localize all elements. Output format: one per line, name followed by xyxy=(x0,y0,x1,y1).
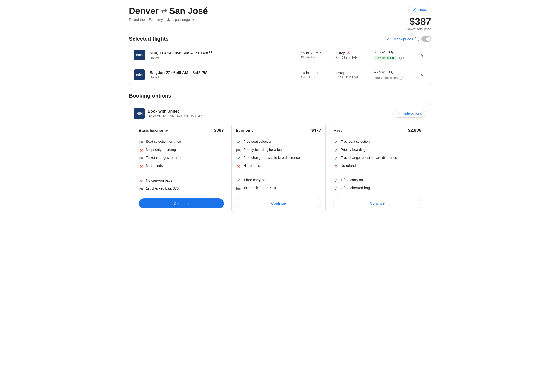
share-button[interactable]: Share xyxy=(408,6,431,14)
duration-text-1: 15 hr 28 min xyxy=(301,51,330,55)
route-info: Denver ⇄ San José Round trip · Economy ·… xyxy=(129,6,208,22)
fare-name-basic-economy: Basic Economy xyxy=(139,128,168,133)
expand-flight-2[interactable]: ∨ xyxy=(418,71,426,79)
feature-text-free-seat-first: Free seat selection xyxy=(341,140,370,143)
fare-name-first: First xyxy=(333,128,342,133)
feature-text-free-change-first: Free change, possible fare difference xyxy=(341,156,397,160)
selected-flights-header: Selected flights Track prices i xyxy=(129,36,431,42)
fare-footer-first: Continue xyxy=(329,195,426,212)
feature-text-no-priority: No priority boarding xyxy=(146,148,176,152)
share-label: Share xyxy=(418,8,427,12)
emissions-2: 476 kg CO2 +59% emissions i xyxy=(374,70,414,80)
check-icon-2: ✓ xyxy=(236,156,241,161)
fare-bags-basic-economy: ✕ No carry-on bags 1st checked bag: $70 xyxy=(134,176,228,195)
feature-text-seat-fee: Seat selection for a fee xyxy=(146,140,181,143)
feature-free-change-first: ✓ Free change, possible fare difference xyxy=(333,156,421,161)
co2-info-icon[interactable]: i xyxy=(399,56,404,60)
feature-priority-first: ✓ Priority boarding xyxy=(333,148,421,153)
top-bar: Denver ⇄ San José Round trip · Economy ·… xyxy=(129,6,431,31)
booking-united-logo xyxy=(135,109,144,118)
stop-detail-1: 9 hr 28 min IAH xyxy=(335,56,370,59)
cross-icon-2: ✕ xyxy=(139,164,144,169)
feature-checked-bag-econ: 1st checked bag: $70 xyxy=(236,186,321,191)
fare-features-basic-economy: Seat selection for a fee ✕ No priority b… xyxy=(134,136,228,176)
feature-text-free-carryon-first: 1 free carry-on xyxy=(341,178,363,182)
feature-free-carryon-first: ✓ 1 free carry-on xyxy=(333,178,421,183)
flight-duration-1: 15 hr 28 min DEN–SJO xyxy=(301,51,330,59)
feature-text-checked-bag-basic: 1st checked bag: $70 xyxy=(146,186,179,190)
fare-price-basic-economy: $387 xyxy=(214,128,224,133)
track-prices-toggle[interactable] xyxy=(421,36,431,42)
continue-button-basic-economy[interactable]: Continue xyxy=(139,198,224,208)
feature-no-refunds-first: ✕ No refunds xyxy=(333,164,421,169)
feature-no-refunds-basic: ✕ No refunds xyxy=(139,164,224,169)
feature-text-no-carryon: No carry-on bags xyxy=(146,178,172,182)
track-prices-info-icon[interactable]: i xyxy=(415,37,419,41)
fare-bags-economy: ✓ 1 free carry-on 1st checked bag: $70 xyxy=(232,175,325,195)
flight-main-1: Sun, Jan 14 · 8:45 PM – 1:13 PM+1 United xyxy=(150,50,296,60)
trending-icon xyxy=(386,36,391,41)
chevron-up-icon xyxy=(397,111,401,115)
feature-no-carryon: ✕ No carry-on bags xyxy=(139,178,224,184)
fare-features-economy: ✓ Free seat selection Priority boarding … xyxy=(232,136,325,175)
share-icon xyxy=(413,8,416,12)
co2-text-1: 280 kg CO2 xyxy=(374,50,414,55)
fare-price-economy: $477 xyxy=(311,128,321,133)
stop-detail-2: 1 hr 15 min LAX xyxy=(335,75,370,79)
hide-options-label: Hide options xyxy=(403,111,422,115)
bag-icon xyxy=(139,187,144,192)
price-label: Lowest total price xyxy=(406,27,431,31)
feature-text-no-refunds-basic: No refunds xyxy=(146,164,163,168)
cross-icon-carryon: ✕ xyxy=(139,179,144,184)
booking-airline: Book with United UA 2179, UA 1096, UA 15… xyxy=(134,108,202,119)
ticket-icon xyxy=(139,156,144,161)
cabin-class: Economy xyxy=(148,18,163,22)
feature-ticket-changes: Ticket changes for a fee xyxy=(139,156,224,161)
flights-card: Sun, Jan 14 · 8:45 PM – 1:13 PM+1 United… xyxy=(129,45,431,85)
continue-button-first[interactable]: Continue xyxy=(333,198,421,208)
feature-no-refunds-econ: ✕ No refunds xyxy=(236,164,321,169)
passengers-dropdown-icon[interactable]: ▾ xyxy=(192,18,194,22)
flight-time-2: Sat, Jan 27 · 6:40 AM – 3:42 PM xyxy=(150,71,296,75)
seat-icon xyxy=(139,140,144,145)
fare-header-economy: Economy $477 xyxy=(232,124,325,136)
fare-features-first: ✓ Free seat selection ✓ Priority boardin… xyxy=(329,136,426,175)
fare-grid: Basic Economy $387 Seat selection for a … xyxy=(134,124,426,212)
feature-free-seat-first: ✓ Free seat selection xyxy=(333,140,421,145)
route-title: Denver ⇄ San José xyxy=(129,6,208,16)
united-logo xyxy=(135,51,144,59)
airline-logo-2 xyxy=(134,69,145,80)
fare-price-first: $2,836 xyxy=(408,128,421,133)
fare-bags-first: ✓ 1 free carry-on ✓ 2 free checked bags xyxy=(329,175,426,195)
feature-text-free-carryon-econ: 1 free carry-on xyxy=(243,178,266,182)
feature-text-free-change-econ: Free change, possible fare difference xyxy=(243,156,300,160)
cross-icon-econ: ✕ xyxy=(236,164,241,169)
passenger-count: 1 passenger xyxy=(172,18,191,22)
flight-row: Sat, Jan 27 · 6:40 AM – 3:42 PM United 1… xyxy=(129,65,431,85)
track-prices-label[interactable]: Track prices xyxy=(393,37,413,41)
feature-seat-selection: Seat selection for a fee xyxy=(139,140,224,145)
booking-options-title: Booking options xyxy=(129,93,431,99)
flight-row: Sun, Jan 14 · 8:45 PM – 1:13 PM+1 United… xyxy=(129,45,431,65)
route-text-2: SJO–DEN xyxy=(301,75,330,79)
flight-stops-1: 1 stop ⚠ 9 hr 28 min IAH xyxy=(335,51,370,59)
booking-codes: UA 2179, UA 1096, UA 1553, UA 1647 xyxy=(148,114,202,118)
flight-duration-2: 10 hr 2 min SJO–DEN xyxy=(301,71,330,79)
emissions-1: 280 kg CO2 -8% emissions i xyxy=(374,50,414,60)
flight-carrier-2: United xyxy=(150,76,296,79)
selected-flights-title: Selected flights xyxy=(129,36,169,42)
booking-airline-logo xyxy=(134,108,145,119)
flight-time-1: Sun, Jan 14 · 8:45 PM – 1:13 PM+1 xyxy=(150,50,296,55)
check-icon-first-1: ✓ xyxy=(333,140,338,145)
continue-button-economy[interactable]: Continue xyxy=(236,198,321,208)
flight-main-2: Sat, Jan 27 · 6:40 AM – 3:42 PM United xyxy=(150,71,296,79)
fare-header-first: First $2,836 xyxy=(329,124,426,136)
feature-text-free-seat-econ: Free seat selection xyxy=(243,140,272,143)
co2-info-icon-2[interactable]: i xyxy=(399,76,403,80)
co2-text-2: 476 kg CO2 xyxy=(374,70,414,75)
expand-flight-1[interactable]: ∨ xyxy=(418,51,426,59)
total-price: $387 xyxy=(406,16,431,27)
check-icon: ✓ xyxy=(236,140,241,145)
duration-text-2: 10 hr 2 min xyxy=(301,71,330,75)
hide-options-button[interactable]: Hide options xyxy=(393,109,426,118)
